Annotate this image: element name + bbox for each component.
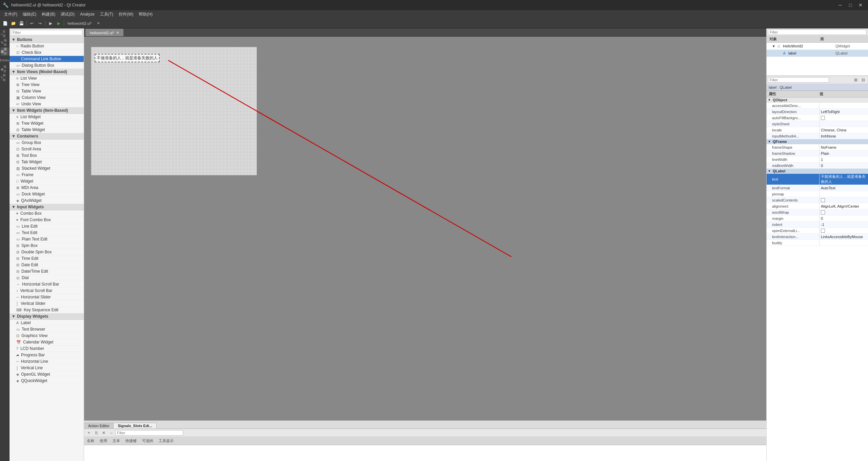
prop-locale[interactable]: locale Chinese, China: [767, 127, 868, 133]
widget-opengl-widget[interactable]: ◈ OpenGL Widget: [9, 371, 84, 378]
category-containers[interactable]: ▼ Containers: [9, 133, 84, 140]
widget-datetime-edit[interactable]: ⊟ Date/Time Edit: [9, 268, 84, 275]
canvas-label-widget[interactable]: 不做准备的人，就是准备失败的人: [95, 54, 160, 62]
object-filter-input[interactable]: [768, 29, 867, 35]
toolbar-build[interactable]: ▶: [47, 20, 54, 27]
prop-value[interactable]: 1: [820, 156, 868, 162]
prop-value[interactable]: Plain: [820, 150, 868, 156]
widget-filter-input[interactable]: [11, 30, 82, 35]
prop-layout-direction[interactable]: layoutDirection LeftToRight: [767, 109, 868, 115]
category-buttons[interactable]: ▼ Buttons: [9, 37, 84, 43]
toolbar-save[interactable]: 💾: [18, 20, 25, 27]
category-input-widgets[interactable]: ▼ Input Widgets: [9, 204, 84, 210]
widget-check-box[interactable]: ☑ Check Box: [9, 49, 84, 56]
prop-value[interactable]: 不能准备的人，就是准备失败的人: [820, 174, 868, 185]
prop-line-width[interactable]: lineWidth 1: [767, 156, 868, 163]
widget-vertical-slider[interactable]: │ Vertical Slider: [9, 300, 84, 307]
prop-value[interactable]: [820, 121, 868, 127]
widget-list-view[interactable]: ≡ List View: [9, 75, 84, 82]
prop-collapse-button[interactable]: ⊟: [860, 77, 867, 83]
prop-autofill-bg[interactable]: autoFillBackgro...: [767, 115, 868, 121]
widget-plain-text-edit[interactable]: ▭ Plain Text Edit: [9, 236, 84, 243]
widget-label[interactable]: A Label: [9, 320, 84, 326]
mode-welcome[interactable]: ⌂欢迎: [1, 30, 9, 38]
toolbar-open[interactable]: 📁: [9, 20, 17, 27]
maximize-button[interactable]: □: [846, 0, 855, 10]
prop-value[interactable]: LeftToRight: [820, 109, 868, 114]
prop-group-qobject[interactable]: ▼ QObject: [767, 98, 868, 103]
widget-vertical-line[interactable]: │ Vertical Line: [9, 365, 84, 371]
mode-design[interactable]: ⊞设计: [1, 47, 9, 56]
prop-word-wrap[interactable]: wordWrap: [767, 209, 868, 215]
prop-text-interaction[interactable]: textInteraction... LinksAccessibleByMous…: [767, 234, 868, 240]
menu-analyze[interactable]: Analyze: [77, 10, 97, 18]
widget-time-edit[interactable]: ⊟ Time Edit: [9, 255, 84, 262]
widget-scroll-area[interactable]: ⊡ Scroll Area: [9, 146, 84, 152]
prop-group-qframe[interactable]: ▼ QFrame: [767, 139, 868, 144]
prop-value[interactable]: AutoText: [820, 185, 868, 191]
toolbar-redo[interactable]: ↪: [36, 20, 44, 27]
category-display-widgets[interactable]: ▼ Display Widgets: [9, 313, 84, 320]
prop-value[interactable]: [820, 240, 868, 246]
widget-combo-box[interactable]: ▾ Combo Box: [9, 210, 84, 217]
toolbar-close-file[interactable]: ✕: [95, 20, 102, 27]
prop-value[interactable]: 0: [820, 215, 868, 221]
widget-dock-widget[interactable]: ▭ Dock Widget: [9, 191, 84, 197]
menu-tools[interactable]: 工具(T): [97, 10, 116, 18]
form-canvas[interactable]: 不做准备的人，就是准备失败的人: [91, 47, 257, 175]
widget-dial[interactable]: ◎ Dial: [9, 275, 84, 281]
prop-frame-shape[interactable]: frameShape NoFrame: [767, 144, 868, 150]
widget-horizontal-line[interactable]: ─ Horizontal Line: [9, 358, 84, 365]
widget-tab-widget[interactable]: ⊟ Tab Widget: [9, 159, 84, 165]
property-filter-input[interactable]: [768, 77, 829, 83]
prop-value[interactable]: [820, 191, 868, 197]
mode-project[interactable]: ◈项目: [1, 65, 9, 73]
scaled-contents-checkbox[interactable]: [821, 198, 825, 202]
prop-value[interactable]: NoFrame: [820, 144, 868, 150]
toolbar-run[interactable]: ▶: [55, 20, 62, 27]
ae-goto-button[interactable]: →: [108, 429, 115, 436]
tab-action-editor[interactable]: Action Editor: [84, 423, 114, 428]
prop-value[interactable]: ImhNone: [820, 133, 868, 139]
widget-spin-box[interactable]: ⊟ Spin Box: [9, 243, 84, 249]
widget-double-spin-box[interactable]: ⊟ Double Spin Box: [9, 249, 84, 255]
widget-table-widget[interactable]: ⊟ Table Widget: [9, 127, 84, 133]
menu-help[interactable]: 帮助(H): [136, 10, 155, 18]
widget-calendar-widget[interactable]: 📅 Calendar Widget: [9, 339, 84, 345]
menu-debug[interactable]: 调试(D): [58, 10, 77, 18]
widget-tool-box[interactable]: ⊠ Tool Box: [9, 152, 84, 159]
widget-frame[interactable]: ▭ Frame: [9, 172, 84, 178]
widget-progress-bar[interactable]: ▰ Progress Bar: [9, 352, 84, 358]
prop-value[interactable]: AlignLeft, AlignVCenter: [820, 203, 868, 209]
prop-text-format[interactable]: textFormat AutoText: [767, 185, 868, 191]
prop-alignment[interactable]: alignment AlignLeft, AlignVCenter: [767, 203, 868, 209]
widget-vertical-scroll-bar[interactable]: ↕ Vertical Scroll Bar: [9, 288, 84, 294]
prop-open-external-links[interactable]: openExternalLi...: [767, 228, 868, 234]
word-wrap-checkbox[interactable]: [821, 210, 825, 214]
prop-midline-width[interactable]: midlineWidth 0: [767, 163, 868, 169]
tab-signals-slots[interactable]: Signals_Slots Edi...: [114, 423, 156, 428]
prop-scaled-contents[interactable]: scaledContents: [767, 197, 868, 203]
menu-build[interactable]: 构建(B): [39, 10, 58, 18]
prop-accessible-desc[interactable]: accessibleDesc...: [767, 103, 868, 109]
ae-add-button[interactable]: +: [85, 429, 92, 436]
action-editor-content[interactable]: [84, 445, 766, 461]
object-row-helloworld2[interactable]: ▼ □ HelloWorld2 QWidget: [767, 43, 868, 50]
prop-pixmap[interactable]: pixmap: [767, 191, 868, 197]
expand-arrow[interactable]: ▼: [772, 44, 776, 48]
action-filter-input[interactable]: [115, 430, 183, 436]
prop-buddy[interactable]: buddy: [767, 240, 868, 246]
menu-widgets[interactable]: 控件(W): [116, 10, 136, 18]
widget-tree-view[interactable]: ⊞ Tree View: [9, 82, 84, 88]
widget-text-browser[interactable]: ▭ Text Browser: [9, 326, 84, 333]
menu-edit[interactable]: 编辑(E): [20, 10, 39, 18]
prop-value[interactable]: [820, 197, 868, 203]
prop-value[interactable]: [820, 115, 868, 121]
menu-file[interactable]: 文件(F): [1, 10, 20, 18]
widget-horizontal-slider[interactable]: ─ Horizontal Slider: [9, 294, 84, 300]
prop-value[interactable]: -1: [820, 222, 868, 227]
prop-expand-button[interactable]: ⊞: [852, 77, 859, 83]
mode-help[interactable]: ?帮助: [1, 74, 9, 82]
prop-indent[interactable]: indent -1: [767, 222, 868, 228]
prop-text[interactable]: text 不能准备的人，就是准备失败的人: [767, 174, 868, 185]
